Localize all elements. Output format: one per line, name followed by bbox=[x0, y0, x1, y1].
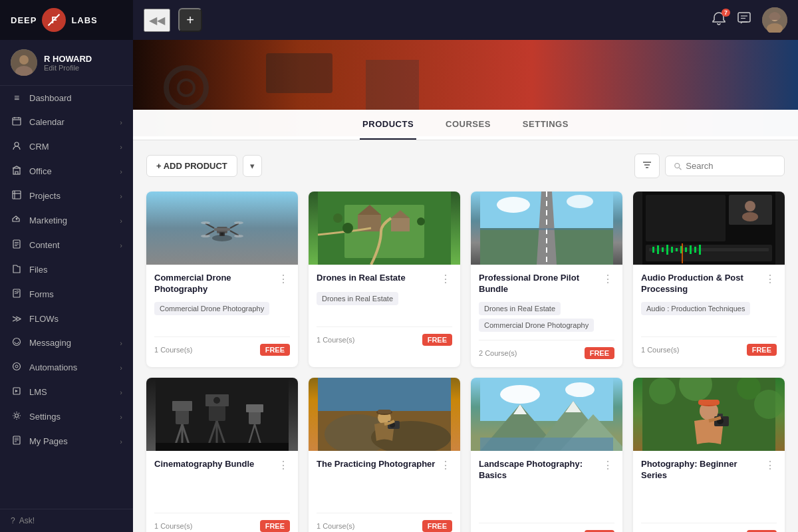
course-count: 1 Course(s) bbox=[317, 336, 354, 344]
svg-rect-85 bbox=[666, 245, 668, 255]
ask-button[interactable]: ? Ask! bbox=[0, 509, 133, 532]
svg-rect-60 bbox=[344, 205, 424, 258]
product-menu-button[interactable]: ⋮ bbox=[763, 273, 777, 285]
road-image bbox=[471, 192, 622, 265]
svg-rect-3 bbox=[13, 118, 21, 125]
sidebar-item-office[interactable]: Office › bbox=[0, 159, 133, 184]
svg-rect-87 bbox=[676, 248, 678, 251]
sidebar-item-projects[interactable]: Projects › bbox=[0, 184, 133, 208]
chevron-right-icon: › bbox=[120, 438, 122, 446]
svg-point-78 bbox=[745, 201, 755, 211]
product-title: Drones in Real Estate bbox=[317, 273, 439, 284]
film-image bbox=[146, 378, 298, 451]
sidebar-item-settings[interactable]: Settings › bbox=[0, 404, 133, 429]
chevron-right-icon: › bbox=[120, 388, 122, 396]
user-profile[interactable]: R HOWARD Edit Profile bbox=[0, 40, 133, 86]
collapse-sidebar-button[interactable]: ◀◀ bbox=[144, 9, 170, 32]
add-product-button[interactable]: + ADD PRODUCT bbox=[146, 155, 237, 177]
chevron-right-icon: › bbox=[120, 241, 122, 249]
chevron-right-icon: › bbox=[120, 192, 122, 200]
svg-point-121 bbox=[500, 385, 540, 404]
sidebar-item-label: Forms bbox=[29, 289, 54, 299]
svg-point-37 bbox=[166, 68, 206, 108]
price-badge: FREE bbox=[422, 520, 452, 532]
sidebar-item-label: Content bbox=[29, 240, 60, 250]
sidebar-item-automations[interactable]: Automations › bbox=[0, 355, 133, 380]
sidebar-item-calendar[interactable]: Calendar › bbox=[0, 110, 133, 134]
tab-products[interactable]: PRODUCTS bbox=[360, 110, 416, 140]
forms-icon bbox=[11, 289, 23, 300]
course-count: 1 Course(s) bbox=[154, 522, 192, 530]
product-menu-button[interactable]: ⋮ bbox=[439, 459, 452, 471]
sidebar-item-label: FLOWs bbox=[29, 314, 59, 324]
product-card: Landscape Photography: Basics ⋮ 2 Course… bbox=[471, 378, 622, 532]
drone-image bbox=[196, 201, 249, 255]
sidebar-item-content[interactable]: Content › bbox=[0, 233, 133, 257]
sort-filter-button[interactable] bbox=[634, 154, 660, 178]
product-tags bbox=[317, 478, 452, 505]
notification-count-badge: 7 bbox=[722, 9, 730, 17]
tab-courses[interactable]: COURSES bbox=[443, 110, 493, 140]
sidebar-item-lms[interactable]: LMS › bbox=[0, 380, 133, 404]
svg-rect-80 bbox=[646, 245, 772, 261]
chat-button[interactable] bbox=[737, 11, 751, 29]
product-tag: Drones in Real Estate bbox=[317, 292, 398, 305]
chat-icon bbox=[737, 11, 751, 26]
topbar-right: 7 bbox=[712, 7, 787, 33]
product-card: The Practicing Photographer ⋮ 1 Course(s… bbox=[309, 378, 460, 532]
svg-rect-9 bbox=[13, 191, 21, 199]
beginner-image bbox=[633, 378, 785, 451]
projects-icon bbox=[11, 190, 23, 201]
search-input[interactable] bbox=[686, 161, 776, 171]
sidebar-item-files[interactable]: Files bbox=[0, 257, 133, 282]
svg-point-58 bbox=[221, 233, 223, 235]
sidebar-item-flows[interactable]: ≫ FLOWs bbox=[0, 307, 133, 331]
aerial-image bbox=[309, 192, 460, 265]
main-content: ◀◀ + 7 bbox=[133, 0, 798, 532]
svg-point-38 bbox=[178, 80, 194, 96]
svg-rect-110 bbox=[156, 443, 289, 451]
product-card: Cinematography Bundle ⋮ 1 Course(s) FREE bbox=[146, 378, 298, 532]
flows-icon: ≫ bbox=[11, 313, 23, 324]
products-section: + ADD PRODUCT ▾ bbox=[133, 140, 798, 532]
svg-rect-96 bbox=[172, 401, 192, 411]
svg-point-25 bbox=[15, 414, 19, 418]
product-card: Audio Production & Post Processing ⋮ Aud… bbox=[633, 192, 785, 367]
sidebar-item-messaging[interactable]: Messaging › bbox=[0, 331, 133, 355]
edit-profile-link[interactable]: Edit Profile bbox=[44, 64, 92, 72]
profile-avatar-button[interactable] bbox=[762, 7, 787, 33]
product-title: Professional Drone Pilot Bundle bbox=[479, 273, 601, 295]
product-card: Photography: Beginner Series ⋮ 1 Course(… bbox=[633, 378, 785, 532]
add-new-button[interactable]: + bbox=[178, 8, 202, 32]
svg-point-54 bbox=[234, 221, 243, 224]
svg-rect-90 bbox=[690, 245, 692, 254]
product-menu-button[interactable]: ⋮ bbox=[277, 459, 290, 471]
product-menu-button[interactable]: ⋮ bbox=[601, 273, 614, 285]
sidebar-item-marketing[interactable]: Marketing › bbox=[0, 208, 133, 233]
svg-point-21 bbox=[13, 338, 21, 346]
lms-icon bbox=[11, 386, 23, 398]
ask-icon: ? bbox=[11, 516, 15, 525]
svg-point-44 bbox=[675, 163, 680, 168]
price-badge: FREE bbox=[747, 530, 777, 532]
product-menu-button[interactable]: ⋮ bbox=[763, 459, 777, 471]
sidebar-item-mypages[interactable]: My Pages › bbox=[0, 429, 133, 454]
svg-line-51 bbox=[205, 231, 214, 235]
product-menu-button[interactable]: ⋮ bbox=[601, 459, 614, 471]
sidebar-item-forms[interactable]: Forms bbox=[0, 282, 133, 307]
svg-rect-74 bbox=[480, 228, 613, 230]
product-menu-button[interactable]: ⋮ bbox=[277, 273, 290, 285]
avatar-image bbox=[11, 49, 37, 76]
notifications-button[interactable]: 7 bbox=[712, 11, 726, 29]
svg-point-67 bbox=[333, 213, 342, 223]
product-filter-dropdown[interactable]: ▾ bbox=[243, 155, 262, 177]
sidebar-item-dashboard[interactable]: ≡ Dashboard bbox=[0, 86, 133, 110]
sidebar-item-crm[interactable]: CRM › bbox=[0, 134, 133, 159]
product-menu-button[interactable]: ⋮ bbox=[439, 273, 452, 285]
tab-settings[interactable]: SETTINGS bbox=[520, 110, 571, 140]
product-tag: Audio : Production Techniques bbox=[641, 302, 750, 315]
sidebar-item-label: Files bbox=[29, 265, 47, 275]
svg-rect-91 bbox=[694, 247, 696, 253]
svg-rect-84 bbox=[662, 247, 664, 252]
svg-point-53 bbox=[201, 221, 210, 224]
